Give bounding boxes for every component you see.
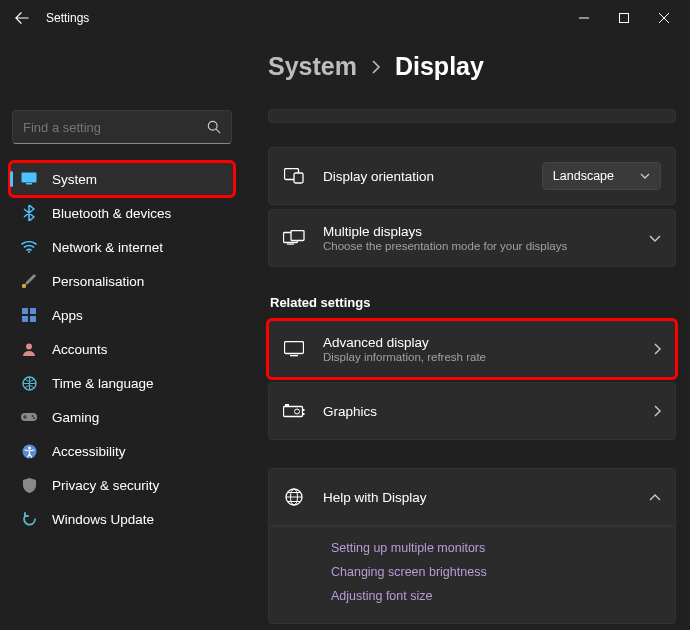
monitor-icon — [283, 341, 305, 357]
svg-rect-8 — [22, 316, 28, 322]
nav-list: System Bluetooth & devices Network & int… — [10, 162, 234, 536]
help-link[interactable]: Adjusting font size — [331, 589, 661, 603]
svg-rect-3 — [26, 183, 32, 185]
card-graphics[interactable]: Graphics — [268, 382, 676, 440]
sidebar-item-personalisation[interactable]: Personalisation — [10, 264, 234, 298]
sidebar-item-privacy[interactable]: Privacy & security — [10, 468, 234, 502]
sidebar-item-accounts[interactable]: Accounts — [10, 332, 234, 366]
chevron-down-icon — [640, 173, 650, 179]
card-multiple-displays[interactable]: Multiple displays Choose the presentatio… — [268, 209, 676, 267]
svg-point-5 — [22, 284, 26, 288]
sidebar-item-label: Personalisation — [52, 274, 144, 289]
apps-icon — [20, 306, 38, 324]
sidebar: System Bluetooth & devices Network & int… — [0, 36, 244, 630]
chevron-right-icon — [371, 60, 381, 74]
dropdown-value: Landscape — [553, 169, 614, 183]
sidebar-item-label: Apps — [52, 308, 83, 323]
search-icon — [207, 120, 221, 134]
card-title: Help with Display — [323, 490, 649, 505]
sidebar-item-system[interactable]: System — [10, 162, 234, 196]
breadcrumb-parent[interactable]: System — [268, 52, 357, 81]
graphics-icon — [283, 404, 305, 418]
breadcrumb-current: Display — [395, 52, 484, 81]
close-icon — [659, 13, 669, 23]
chevron-right-icon — [654, 405, 661, 417]
svg-rect-0 — [620, 14, 629, 23]
svg-rect-28 — [303, 413, 305, 415]
svg-rect-20 — [291, 231, 304, 241]
titlebar: Settings — [0, 0, 690, 36]
globe-clock-icon — [20, 374, 38, 392]
system-icon — [20, 170, 38, 188]
svg-rect-2 — [22, 173, 37, 183]
help-link[interactable]: Changing screen brightness — [331, 565, 661, 579]
maximize-icon — [619, 13, 629, 23]
back-button[interactable] — [6, 2, 38, 34]
svg-rect-6 — [22, 308, 28, 314]
search-field[interactable] — [23, 120, 207, 135]
brush-icon — [20, 272, 38, 290]
sidebar-item-label: Windows Update — [52, 512, 154, 527]
minimize-button[interactable] — [564, 2, 604, 34]
maximize-button[interactable] — [604, 2, 644, 34]
accessibility-icon — [20, 442, 38, 460]
svg-rect-9 — [30, 316, 36, 322]
sidebar-item-label: Time & language — [52, 376, 154, 391]
card-subtitle: Display information, refresh rate — [323, 351, 654, 363]
sidebar-item-label: Accounts — [52, 342, 108, 357]
svg-rect-7 — [30, 308, 36, 314]
card-title: Display orientation — [323, 169, 542, 184]
section-related: Related settings — [270, 295, 676, 310]
chevron-up-icon — [649, 494, 661, 501]
svg-point-13 — [32, 415, 34, 417]
bluetooth-icon — [20, 204, 38, 222]
sidebar-item-label: Network & internet — [52, 240, 163, 255]
sidebar-item-update[interactable]: Windows Update — [10, 502, 234, 536]
svg-rect-23 — [290, 355, 298, 356]
svg-rect-18 — [294, 173, 303, 183]
sidebar-item-label: Privacy & security — [52, 478, 159, 493]
globe-icon — [283, 488, 305, 506]
orientation-icon — [283, 168, 305, 184]
sidebar-item-time[interactable]: Time & language — [10, 366, 234, 400]
sidebar-item-label: Gaming — [52, 410, 99, 425]
sidebar-item-label: Bluetooth & devices — [52, 206, 171, 221]
update-icon — [20, 510, 38, 528]
minimize-icon — [579, 13, 589, 23]
sidebar-item-apps[interactable]: Apps — [10, 298, 234, 332]
wifi-icon — [20, 238, 38, 256]
window-title: Settings — [46, 11, 89, 25]
svg-rect-22 — [285, 342, 304, 354]
svg-point-10 — [26, 344, 32, 350]
person-icon — [20, 340, 38, 358]
help-link[interactable]: Setting up multiple monitors — [331, 541, 661, 555]
breadcrumb: System Display — [268, 52, 676, 81]
chevron-down-icon — [649, 235, 661, 242]
card-help-with-display[interactable]: Help with Display — [268, 468, 676, 526]
card-stub-top — [268, 109, 676, 123]
svg-rect-21 — [287, 244, 294, 245]
svg-point-14 — [33, 417, 35, 419]
sidebar-item-gaming[interactable]: Gaming — [10, 400, 234, 434]
sidebar-item-bluetooth[interactable]: Bluetooth & devices — [10, 196, 234, 230]
svg-point-25 — [295, 409, 300, 414]
multiple-displays-icon — [283, 230, 305, 246]
svg-point-16 — [28, 446, 31, 449]
gaming-icon — [20, 408, 38, 426]
card-display-orientation[interactable]: Display orientation Landscape — [268, 147, 676, 205]
svg-rect-27 — [303, 409, 305, 411]
sidebar-item-label: System — [52, 172, 97, 187]
svg-point-1 — [208, 121, 217, 130]
sidebar-item-label: Accessibility — [52, 444, 126, 459]
close-button[interactable] — [644, 2, 684, 34]
card-subtitle: Choose the presentation mode for your di… — [323, 240, 649, 252]
sidebar-item-network[interactable]: Network & internet — [10, 230, 234, 264]
card-title: Graphics — [323, 404, 654, 419]
card-title: Multiple displays — [323, 224, 649, 239]
card-title: Advanced display — [323, 335, 654, 350]
orientation-dropdown[interactable]: Landscape — [542, 162, 661, 190]
card-advanced-display[interactable]: Advanced display Display information, re… — [268, 320, 676, 378]
shield-icon — [20, 476, 38, 494]
sidebar-item-accessibility[interactable]: Accessibility — [10, 434, 234, 468]
search-input[interactable] — [12, 110, 232, 144]
